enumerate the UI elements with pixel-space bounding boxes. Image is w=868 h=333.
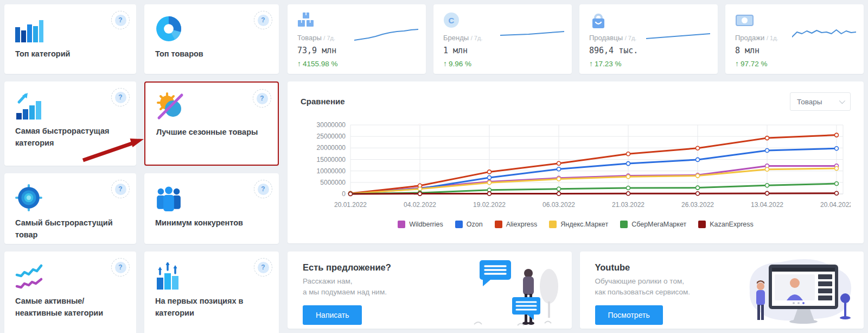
series-line-Aliexpress bbox=[350, 135, 837, 193]
nav-card-top-categories[interactable]: ? Топ категорий bbox=[4, 4, 136, 74]
promo-card-suggestion: Есть предложение? Расскажи нам, а мы под… bbox=[288, 252, 572, 329]
stats-row: Товары / 7д. 73,9 млн ↑4155.98 % C Бренд… bbox=[288, 4, 864, 74]
series-line-Яндекс.Маркет bbox=[350, 168, 837, 193]
legend-item[interactable]: Wildberries bbox=[398, 221, 443, 228]
stat-delta: ↑17.23 % bbox=[589, 59, 708, 68]
trend-lines-icon bbox=[15, 261, 125, 290]
metric-dropdown[interactable]: Товары bbox=[790, 92, 851, 111]
sparkline bbox=[792, 26, 856, 43]
help-button[interactable]: ? bbox=[111, 88, 130, 106]
sparkline bbox=[500, 26, 564, 43]
svg-text:5000000: 5000000 bbox=[320, 179, 346, 186]
sparkline-path bbox=[500, 32, 564, 35]
data-point bbox=[765, 149, 769, 153]
nav-card-best-seasonal-products[interactable]: ? Лучшие сезонные товары bbox=[144, 81, 279, 166]
nav-card-top-products[interactable]: ? Топ товаров bbox=[144, 4, 279, 74]
up-arrow-icon: ↑ bbox=[589, 59, 593, 68]
question-mark-icon: ? bbox=[258, 15, 269, 26]
sparkline-path bbox=[354, 29, 418, 40]
dropdown-value: Товары bbox=[797, 98, 822, 106]
help-button[interactable]: ? bbox=[253, 89, 271, 108]
stat-card-products[interactable]: Товары / 7д. 73,9 млн ↑4155.98 % bbox=[288, 4, 426, 74]
legend-item[interactable]: KazanExpress bbox=[698, 221, 754, 228]
nav-card-label: Топ товаров bbox=[155, 48, 268, 60]
data-point bbox=[557, 161, 561, 165]
nav-card-label: На первых позициях в категории bbox=[155, 295, 268, 319]
stat-value: 1 млн bbox=[443, 46, 562, 55]
promo-row: Есть предложение? Расскажи нам, а мы под… bbox=[288, 252, 864, 329]
question-mark-icon: ? bbox=[115, 15, 126, 26]
data-point bbox=[765, 136, 769, 140]
stat-value: 73,9 млн bbox=[297, 46, 416, 55]
svg-text:20.04.2022: 20.04.2022 bbox=[820, 201, 851, 209]
sparkline-path bbox=[792, 30, 856, 37]
help-button[interactable]: ? bbox=[111, 258, 130, 277]
data-point bbox=[765, 167, 769, 171]
nav-card-fastest-growing-product[interactable]: ? Самый быстрорастущий товар bbox=[4, 173, 136, 244]
data-point bbox=[557, 167, 561, 171]
nav-card-min-competitors[interactable]: ? Минимум конкурентов bbox=[144, 173, 279, 244]
legend-label: Aliexpress bbox=[506, 221, 538, 228]
youtube-illustration bbox=[739, 253, 858, 329]
podium-arrows-icon bbox=[155, 261, 268, 290]
legend-item[interactable]: СберМегаМаркет bbox=[620, 221, 686, 228]
nav-card-first-positions[interactable]: ? На первых позициях в категории bbox=[144, 252, 279, 333]
chart-legend: WildberriesOzonAliexpressЯндекс.МаркетСб… bbox=[301, 221, 851, 228]
svg-text:C: C bbox=[449, 16, 455, 25]
stat-period: / 1д. bbox=[767, 35, 778, 41]
data-point bbox=[627, 162, 630, 166]
sparkline bbox=[646, 26, 710, 43]
legend-item[interactable]: Яндекс.Маркет bbox=[549, 221, 608, 228]
legend-swatch bbox=[698, 221, 706, 228]
data-point bbox=[765, 184, 769, 187]
question-mark-icon: ? bbox=[258, 184, 269, 195]
stat-card-brands[interactable]: C Бренды / 7д. 1 млн ↑9.96 % bbox=[433, 4, 572, 74]
stat-delta: ↑97.72 % bbox=[735, 59, 854, 68]
help-button[interactable]: ? bbox=[254, 11, 272, 29]
svg-text:10000000: 10000000 bbox=[317, 167, 346, 175]
stat-period: / 7д. bbox=[625, 35, 637, 41]
bar-chart-icon bbox=[15, 14, 125, 42]
stat-card-sales[interactable]: Продажи / 1д. 8 млн ↑97.72 % bbox=[725, 4, 864, 74]
data-point bbox=[835, 182, 839, 186]
nav-card-grid: ? Топ категорий ? bbox=[4, 4, 279, 333]
legend-label: СберМегаМаркет bbox=[631, 221, 686, 228]
svg-text:25000000: 25000000 bbox=[317, 133, 346, 140]
nav-card-active-inactive-categories[interactable]: ? Самые активные/неактивные категории bbox=[4, 252, 136, 333]
stat-card-sellers[interactable]: Продавцы / 7д. 896,4 тыс. ↑17.23 % bbox=[579, 4, 718, 74]
chart-title: Сравнение bbox=[301, 92, 345, 106]
stat-delta: ↑9.96 % bbox=[443, 59, 562, 68]
stat-value: 896,4 тыс. bbox=[589, 46, 708, 55]
legend-item[interactable]: Aliexpress bbox=[495, 221, 538, 228]
nav-card-label: Топ категорий bbox=[15, 48, 125, 60]
chevron-down-icon bbox=[839, 98, 845, 104]
question-mark-icon: ? bbox=[115, 262, 126, 273]
svg-text:06.03.2022: 06.03.2022 bbox=[542, 201, 575, 209]
data-point bbox=[627, 192, 630, 196]
legend-label: Wildberries bbox=[409, 221, 443, 228]
help-button[interactable]: ? bbox=[254, 180, 272, 198]
help-button[interactable]: ? bbox=[111, 180, 130, 198]
data-point bbox=[418, 187, 422, 191]
question-mark-icon: ? bbox=[115, 92, 126, 103]
legend-swatch bbox=[549, 221, 557, 228]
svg-text:04.02.2022: 04.02.2022 bbox=[404, 201, 436, 209]
watch-button[interactable]: Посмотреть bbox=[595, 305, 663, 325]
up-arrow-icon: ↑ bbox=[297, 59, 301, 68]
legend-item[interactable]: Ozon bbox=[455, 221, 483, 228]
svg-text:20000000: 20000000 bbox=[317, 144, 346, 152]
svg-text:30000000: 30000000 bbox=[317, 121, 346, 129]
question-mark-icon: ? bbox=[115, 184, 126, 195]
data-point bbox=[488, 175, 492, 179]
question-mark-icon: ? bbox=[257, 93, 268, 104]
write-button[interactable]: Написать bbox=[303, 305, 362, 325]
dashboard-page: ? Топ категорий ? bbox=[0, 0, 868, 333]
data-point bbox=[696, 192, 700, 196]
nav-card-fastest-growing-category[interactable]: ? Самая быстрорастущая категория bbox=[4, 81, 136, 166]
help-button[interactable]: ? bbox=[254, 258, 272, 277]
stat-period: / 7д. bbox=[471, 35, 483, 41]
pie-chart-icon bbox=[155, 14, 268, 42]
help-button[interactable]: ? bbox=[111, 11, 130, 29]
data-point bbox=[627, 186, 630, 190]
svg-text:20.01.2022: 20.01.2022 bbox=[334, 201, 367, 209]
